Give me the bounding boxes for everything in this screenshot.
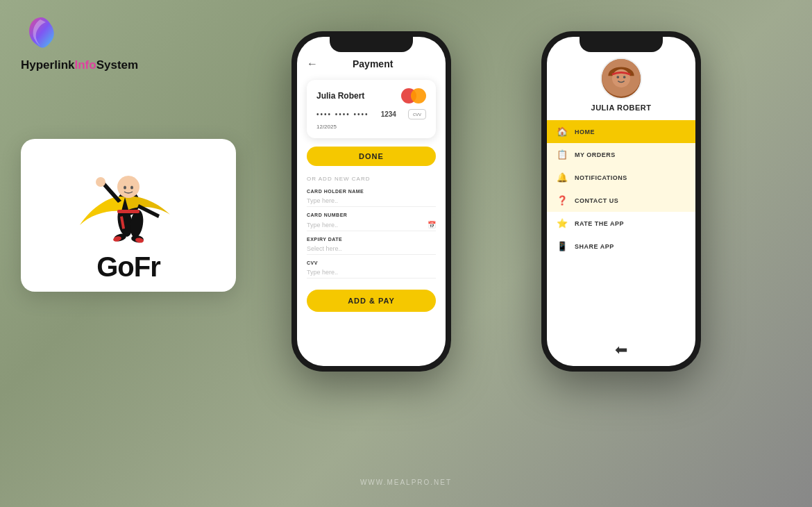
card-logos	[401, 88, 426, 103]
contact-label: CONTACT US	[575, 197, 618, 204]
logout-area[interactable]: ⬅	[547, 334, 695, 366]
cvv-label: CVV	[307, 260, 436, 265]
contact-icon: ❓	[557, 195, 568, 206]
menu-item-rate[interactable]: ⭐ RATE THE APP	[547, 212, 695, 235]
svg-point-4	[117, 176, 139, 198]
svg-point-16	[623, 76, 626, 78]
svg-point-5	[124, 185, 126, 189]
expiry-input-placeholder[interactable]: Select here..	[307, 245, 342, 252]
mastercard-orange	[411, 88, 426, 103]
profile-name: JULIA ROBERT	[591, 103, 652, 112]
card-holder-input-placeholder[interactable]: Type here..	[307, 197, 338, 204]
back-button[interactable]: ←	[307, 58, 318, 70]
svg-point-7	[96, 177, 105, 187]
card-holder-field: CARD HOLDER NAME Type here..	[307, 189, 436, 207]
logo-icon	[21, 14, 62, 56]
card-last4: 1234	[381, 110, 396, 118]
orders-icon: 📋	[557, 149, 568, 160]
rate-icon: ⭐	[557, 218, 568, 228]
cvv-field: CVV Type here..	[307, 260, 436, 279]
card-holder-display: Julia Robert	[316, 91, 364, 101]
card-number-field: CARD NUMBER Type here.. 📅	[307, 213, 436, 231]
card-number-label: CARD NUMBER	[307, 213, 436, 217]
svg-point-15	[616, 76, 619, 78]
menu-item-home[interactable]: 🏠 HOME	[547, 120, 695, 143]
svg-point-6	[130, 185, 133, 189]
add-card-section: OR ADD NEW CARD CARD HOLDER NAME Type he…	[307, 176, 436, 356]
or-add-label: OR ADD NEW CARD	[307, 176, 436, 182]
phone-right: JULIA ROBERT 🏠 HOME 📋 MY ORDERS 🔔 NOTIFI…	[541, 31, 701, 372]
card-dots: •••• •••• ••••	[316, 110, 369, 118]
menu-item-notifications[interactable]: 🔔 NOTIFICATIONS	[547, 166, 695, 189]
app-name: GoFr	[96, 251, 160, 283]
calendar-icon: 📅	[428, 221, 436, 228]
menu-item-contact[interactable]: ❓ CONTACT US	[547, 189, 695, 212]
share-icon: 📱	[557, 241, 568, 251]
payment-title: Payment	[353, 58, 393, 69]
done-button[interactable]: DONE	[307, 147, 436, 166]
credit-card-display: Julia Robert •••• •••• •••• 1234 cvv 12/…	[307, 80, 436, 138]
add-pay-button[interactable]: ADD & PAY	[307, 290, 436, 312]
rate-label: RATE THE APP	[575, 220, 624, 227]
profile-avatar	[600, 58, 642, 99]
card-holder-label: CARD HOLDER NAME	[307, 189, 436, 194]
cvv-input-placeholder[interactable]: Type here..	[307, 269, 338, 276]
menu-item-share[interactable]: 📱 SHARE APP	[547, 235, 695, 258]
menu-list: 🏠 HOME 📋 MY ORDERS 🔔 NOTIFICATIONS ❓ CON…	[547, 120, 695, 334]
expiry-date-field: EXPIRY DATE Select here..	[307, 237, 436, 255]
superhero-illustration	[59, 149, 198, 246]
phone-left: ← Payment Julia Robert •••• •••• ••••	[291, 31, 451, 372]
orders-label: MY ORDERS	[575, 151, 616, 158]
expiry-label: EXPIRY DATE	[307, 237, 436, 242]
phone-notch-left	[330, 37, 413, 52]
brand-name: HyperlinkInfoSystem	[21, 58, 138, 72]
menu-item-orders[interactable]: 📋 MY ORDERS	[547, 143, 695, 166]
card-number-input-placeholder[interactable]: Type here..	[307, 222, 338, 228]
brand-logo: HyperlinkInfoSystem	[21, 14, 138, 72]
payment-screen: ← Payment Julia Robert •••• •••• ••••	[297, 37, 446, 366]
home-icon: 🏠	[557, 126, 568, 137]
app-card: GoFr	[21, 139, 236, 292]
share-label: SHARE APP	[575, 243, 614, 250]
profile-screen: JULIA ROBERT 🏠 HOME 📋 MY ORDERS 🔔 NOTIFI…	[547, 37, 695, 366]
watermark: WWW.MEALPRO.NET	[360, 479, 452, 486]
logout-icon[interactable]: ⬅	[615, 341, 627, 359]
payment-header: ← Payment	[307, 58, 436, 70]
svg-rect-12	[117, 210, 139, 213]
notifications-label: NOTIFICATIONS	[575, 174, 627, 181]
cvv-display: cvv	[408, 109, 426, 119]
notifications-icon: 🔔	[557, 172, 568, 183]
card-expiry: 12/2025	[316, 124, 426, 130]
phone-notch-right	[580, 37, 663, 52]
home-label: HOME	[575, 128, 595, 135]
